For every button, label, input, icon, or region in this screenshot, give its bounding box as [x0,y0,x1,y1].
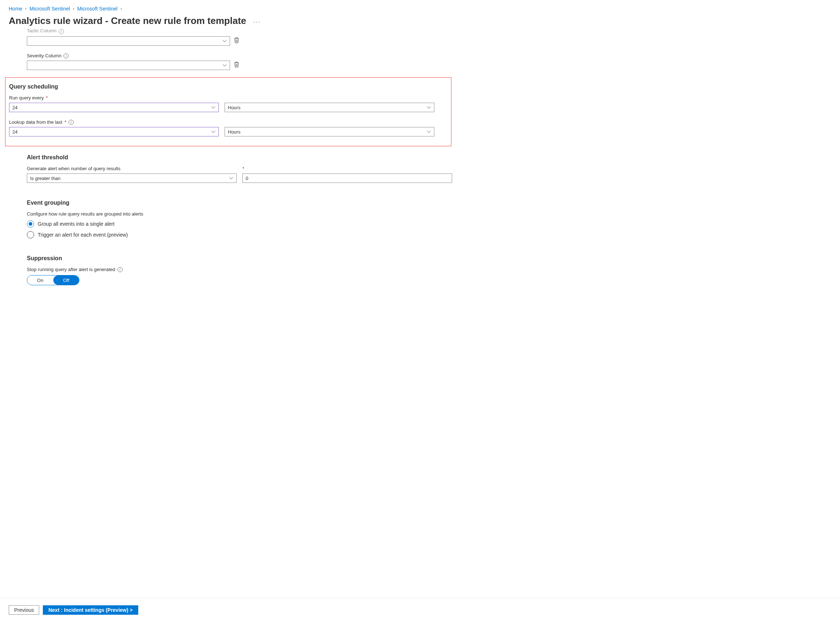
required-asterisk: * [46,95,47,101]
chevron-down-icon [211,105,215,110]
delete-icon[interactable] [234,37,239,44]
grouping-opt1-label: Group all events into a single alert [38,221,115,227]
suppression-toggle[interactable]: On Off [27,275,79,285]
breadcrumb-sentinel-2[interactable]: Microsoft Sentinel [77,6,117,12]
query-scheduling-section: Query scheduling Run query every * 24 Ho… [5,77,451,146]
more-actions-icon[interactable]: ··· [254,19,261,25]
required-asterisk: * [242,166,244,171]
threshold-label: Generate alert when number of query resu… [27,166,120,171]
threshold-value-input[interactable]: 0 [242,174,452,183]
chevron-down-icon [223,63,227,67]
delete-icon[interactable] [234,61,239,68]
toggle-off[interactable]: Off [53,276,79,285]
lookup-unit: Hours [228,129,241,135]
threshold-operator: Is greater than [30,175,61,181]
radio-checked-icon [27,220,34,227]
lookup-value: 24 [12,129,17,135]
previous-button[interactable]: Previous [9,605,39,615]
toggle-on[interactable]: On [27,276,53,285]
chevron-down-icon [223,39,227,43]
radio-unchecked-icon [27,231,34,238]
grouping-option-each[interactable]: Trigger an alert for each event (preview… [27,231,462,238]
grouping-desc: Configure how rule query results are gro… [27,211,143,216]
alert-threshold-title: Alert threshold [27,154,462,161]
chevron-down-icon [427,105,431,110]
next-button[interactable]: Next : Incident settings (Preview) > [43,605,138,615]
breadcrumb-home[interactable]: Home [9,6,22,12]
run-every-label: Run query every [9,95,44,101]
run-every-value-input[interactable]: 24 [9,103,219,112]
grouping-option-single[interactable]: Group all events into a single alert [27,220,462,227]
run-every-unit-select[interactable]: Hours [225,103,434,112]
threshold-operator-select[interactable]: Is greater than [27,174,236,183]
lookup-value-input[interactable]: 24 [9,127,219,136]
lookup-unit-select[interactable]: Hours [225,127,434,136]
suppression-label: Stop running query after alert is genera… [27,267,115,272]
info-icon[interactable]: i [69,120,74,125]
chevron-down-icon [229,176,233,180]
breadcrumb-sep: › [73,6,75,11]
severity-column-select[interactable] [27,61,230,70]
run-every-value: 24 [12,105,17,110]
lookup-label: Lookup data from the last [9,119,63,125]
tactic-column-label: Tactic Column [27,28,56,34]
page-title: Analytics rule wizard - Create new rule … [9,15,246,26]
chevron-down-icon [427,130,431,134]
breadcrumb-sep: › [25,6,26,11]
chevron-down-icon [211,130,215,134]
info-icon[interactable]: i [64,53,69,58]
run-every-unit: Hours [228,105,241,110]
grouping-opt2-label: Trigger an alert for each event (preview… [38,232,128,238]
threshold-value: 0 [245,175,248,181]
severity-column-label: Severity Column [27,53,61,58]
event-grouping-title: Event grouping [27,200,462,206]
query-scheduling-title: Query scheduling [9,84,447,90]
breadcrumb: Home › Microsoft Sentinel › Microsoft Se… [9,6,831,12]
breadcrumb-sentinel-1[interactable]: Microsoft Sentinel [29,6,70,12]
tactic-column-select[interactable] [27,36,230,46]
info-icon[interactable]: i [59,29,64,34]
required-asterisk: * [65,119,66,125]
suppression-title: Suppression [27,255,462,262]
breadcrumb-sep: › [120,6,122,11]
wizard-footer: Previous Next : Incident settings (Previ… [0,598,840,622]
info-icon[interactable]: i [117,267,123,272]
